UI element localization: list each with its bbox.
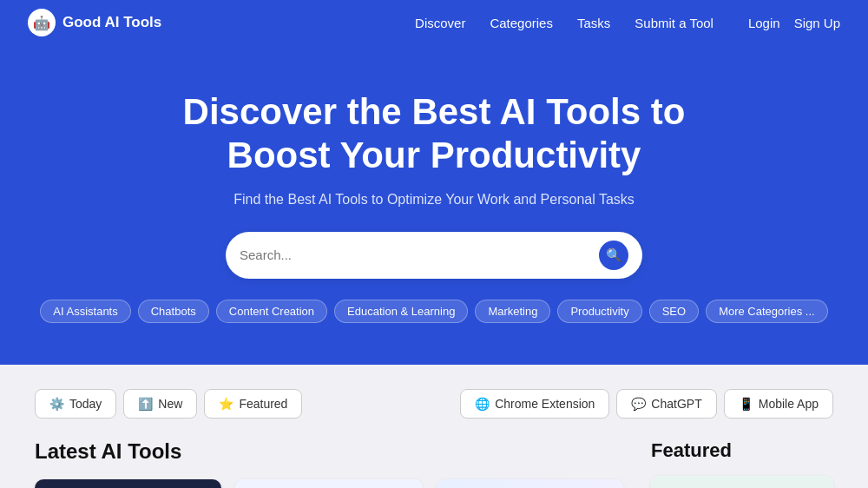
search-button[interactable]: 🔍 bbox=[599, 241, 628, 270]
filter-left: ⚙️ Today ⬆️ New ⭐ Featured bbox=[35, 389, 302, 419]
chip-content-creation[interactable]: Content Creation bbox=[216, 300, 327, 323]
nav-auth: Login Sign Up bbox=[748, 16, 840, 30]
content-area: Latest AI Tools m Mezi ↗ Mezi is an AI-p… bbox=[35, 439, 833, 488]
mezi-thumb: m bbox=[35, 479, 221, 488]
pawsome-thumb: www.pawsomepetcare.cn Helping your pet l… bbox=[651, 476, 833, 488]
brand-name: Good AI Tools bbox=[62, 14, 161, 31]
today-icon: ⚙️ bbox=[49, 397, 64, 411]
featured-icon: ⭐ bbox=[219, 397, 233, 411]
filter-chatgpt-button[interactable]: 💬 ChatGPT bbox=[616, 389, 716, 419]
hero-subtitle: Find the Best AI Tools to Optimize Your … bbox=[21, 192, 847, 208]
nav-tasks[interactable]: Tasks bbox=[577, 16, 610, 30]
category-chips: AI Assistants Chatbots Content Creation … bbox=[21, 300, 847, 323]
chip-ai-assistants[interactable]: AI Assistants bbox=[40, 300, 130, 323]
latest-tools-title: Latest AI Tools bbox=[35, 439, 623, 464]
featured-title: Featured bbox=[651, 439, 833, 462]
filter-featured-button[interactable]: ⭐ Featured bbox=[204, 389, 302, 419]
tools-grid: m Mezi ↗ Mezi is an AI-powered as- Simpl… bbox=[35, 479, 623, 488]
chip-marketing[interactable]: Marketing bbox=[475, 300, 550, 323]
new-icon: ⬆️ bbox=[138, 397, 153, 411]
filter-mobile-button[interactable]: 📱 Mobile App bbox=[724, 389, 833, 419]
tool-card-palette: Simple Stunning Color Palettes paletteco… bbox=[235, 479, 422, 488]
chip-more-categories[interactable]: More Categories ... bbox=[706, 300, 828, 323]
nav-categories[interactable]: Categories bbox=[490, 16, 553, 30]
search-input[interactable] bbox=[240, 247, 599, 262]
filter-chrome-button[interactable]: 🌐 Chrome Extension bbox=[460, 389, 609, 419]
chip-seo[interactable]: SEO bbox=[649, 300, 699, 323]
mobile-icon: 📱 bbox=[739, 397, 753, 411]
chip-education[interactable]: Education & Learning bbox=[334, 300, 468, 323]
hero-title: Discover the Best AI Tools to Boost Your… bbox=[139, 90, 729, 178]
tool-card-auralis: Advanced and Customized AI for Support T… bbox=[437, 479, 623, 488]
sidebar: Featured www.pawsomepetcare.cn Helping y… bbox=[651, 439, 833, 488]
filter-today-button[interactable]: ⚙️ Today bbox=[35, 389, 116, 419]
logo-icon: 🤖 bbox=[28, 9, 56, 36]
chrome-icon: 🌐 bbox=[475, 397, 490, 411]
nav-links: Discover Categories Tasks Submit a Tool bbox=[415, 16, 713, 30]
login-link[interactable]: Login bbox=[748, 16, 780, 30]
search-bar: 🔍 bbox=[226, 232, 642, 279]
signup-link[interactable]: Sign Up bbox=[794, 16, 840, 30]
palette-thumb: Simple Stunning Color Palettes bbox=[235, 479, 422, 488]
chip-productivity[interactable]: Productivity bbox=[557, 300, 641, 323]
filter-bar: ⚙️ Today ⬆️ New ⭐ Featured 🌐 Chrome Exte… bbox=[35, 389, 833, 419]
featured-card-pawsome: www.pawsomepetcare.cn Helping your pet l… bbox=[651, 476, 833, 488]
filter-new-button[interactable]: ⬆️ New bbox=[123, 389, 197, 419]
auralis-thumb: Advanced and Customized AI for Support T… bbox=[437, 479, 623, 488]
hero-section: Discover the Best AI Tools to Boost Your… bbox=[0, 45, 868, 365]
main-content: Latest AI Tools m Mezi ↗ Mezi is an AI-p… bbox=[35, 439, 623, 488]
filter-right: 🌐 Chrome Extension 💬 ChatGPT 📱 Mobile Ap… bbox=[460, 389, 833, 419]
chip-chatbots[interactable]: Chatbots bbox=[138, 300, 209, 323]
chatgpt-icon: 💬 bbox=[631, 397, 646, 411]
nav-discover[interactable]: Discover bbox=[415, 16, 465, 30]
navbar: 🤖 Good AI Tools Discover Categories Task… bbox=[0, 0, 868, 45]
tool-card-mezi: m Mezi ↗ Mezi is an AI-powered as- bbox=[35, 479, 221, 488]
brand-logo[interactable]: 🤖 Good AI Tools bbox=[28, 9, 161, 36]
nav-submit-tool[interactable]: Submit a Tool bbox=[635, 16, 713, 30]
main-area: ⚙️ Today ⬆️ New ⭐ Featured 🌐 Chrome Exte… bbox=[0, 365, 868, 488]
